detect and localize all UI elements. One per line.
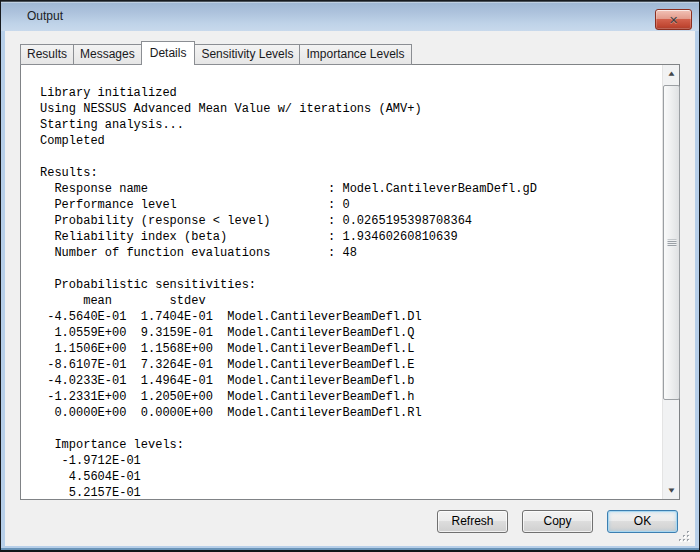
output-panel[interactable]: Library initialized Using NESSUS Advance… <box>20 64 680 500</box>
tab-messages[interactable]: Messages <box>73 44 142 65</box>
copy-button[interactable]: Copy <box>522 510 593 533</box>
scrollbar-thumb[interactable] <box>663 85 680 400</box>
window-title: Output <box>27 1 63 31</box>
tab-bar: Results Messages Details Sensitivity Lev… <box>20 41 412 65</box>
output-text: Library initialized Using NESSUS Advance… <box>21 65 662 499</box>
tab-importance-levels[interactable]: Importance Levels <box>299 44 411 65</box>
scrollbar-thumb-grip-icon <box>667 239 676 246</box>
dialog-body: Results Messages Details Sensitivity Lev… <box>5 31 695 546</box>
scroll-up-icon: ▲ <box>662 67 681 81</box>
ok-button[interactable]: OK <box>607 510 678 533</box>
scroll-down-button[interactable]: ▼ <box>663 482 680 499</box>
resize-grip-icon[interactable] <box>679 531 681 533</box>
tab-details[interactable]: Details <box>141 41 196 65</box>
vertical-scrollbar[interactable]: ▲ ▼ <box>662 65 679 499</box>
close-icon: ✕ <box>669 14 678 27</box>
tab-results[interactable]: Results <box>20 44 74 65</box>
refresh-button[interactable]: Refresh <box>437 510 508 533</box>
window-bottom-accent <box>1 548 699 550</box>
scroll-up-button[interactable]: ▲ <box>663 65 680 82</box>
tab-sensitivity-levels[interactable]: Sensitivity Levels <box>194 44 300 65</box>
scroll-down-icon: ▼ <box>662 484 681 498</box>
output-dialog: Output ✕ Results Messages Details Sensit… <box>0 0 700 552</box>
titlebar[interactable]: Output ✕ <box>1 1 699 31</box>
close-button[interactable]: ✕ <box>655 9 692 30</box>
